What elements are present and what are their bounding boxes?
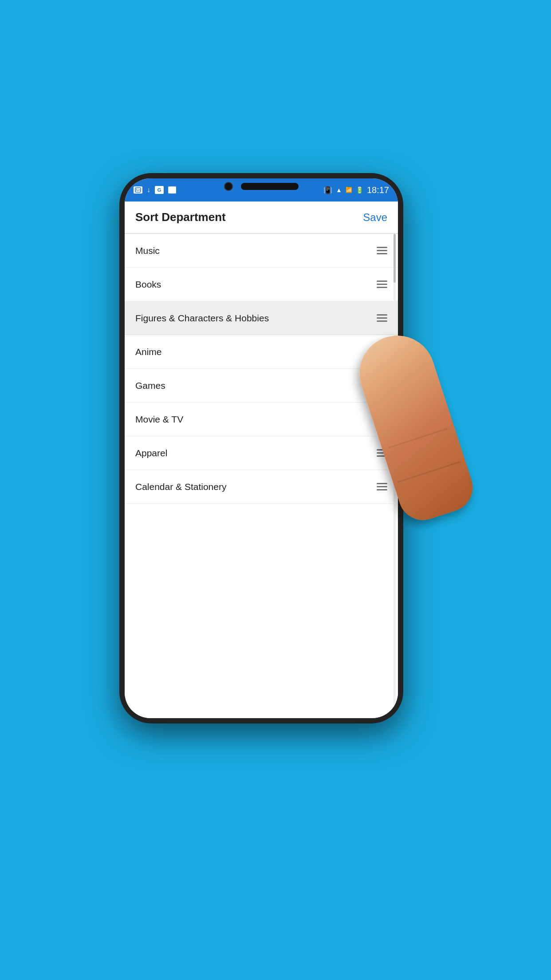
list-item[interactable]: Apparel xyxy=(125,436,398,470)
phone-top-hardware xyxy=(224,182,299,191)
status-icons-left: ↓ G xyxy=(134,186,176,194)
screen-title: Sort Department xyxy=(135,210,226,224)
finger-knuckle-2 xyxy=(389,428,448,448)
phone-outer-shell: ↓ G 📳 ▲ 📶 🔋 18:17 Sort Department Save xyxy=(119,173,403,723)
list-item[interactable]: Calendar & Stationery xyxy=(125,470,398,504)
department-label: Calendar & Stationery xyxy=(135,482,226,492)
front-camera xyxy=(224,182,233,191)
department-label: Apparel xyxy=(135,448,167,458)
department-label: Music xyxy=(135,245,160,256)
phone-mockup: ↓ G 📳 ▲ 📶 🔋 18:17 Sort Department Save xyxy=(119,173,403,723)
sim-icon xyxy=(168,186,176,194)
phone-screen: ↓ G 📳 ▲ 📶 🔋 18:17 Sort Department Save xyxy=(125,178,398,718)
svg-point-1 xyxy=(136,189,137,190)
google-icon: G xyxy=(155,186,164,194)
list-item[interactable]: Anime xyxy=(125,335,398,369)
list-item[interactable]: Books xyxy=(125,268,398,301)
status-icons-right: 📳 ▲ 📶 🔋 18:17 xyxy=(323,185,389,195)
department-label: Books xyxy=(135,279,161,290)
battery-icon: 🔋 xyxy=(356,186,363,194)
scrollbar-thumb[interactable] xyxy=(394,234,396,283)
drag-handle[interactable] xyxy=(377,281,387,288)
department-label: Anime xyxy=(135,347,162,357)
speaker-grille xyxy=(241,183,299,190)
department-label: Games xyxy=(135,380,165,391)
save-button[interactable]: Save xyxy=(363,211,387,224)
finger-overlay xyxy=(377,333,483,533)
department-label: Movie & TV xyxy=(135,414,183,425)
drag-handle[interactable] xyxy=(377,314,387,322)
list-item[interactable]: Music xyxy=(125,234,398,268)
list-empty-space xyxy=(125,504,398,593)
gallery-icon xyxy=(134,186,142,194)
vibrate-icon: 📳 xyxy=(323,186,332,194)
departments-list: Music Books xyxy=(125,234,398,718)
list-item[interactable]: Movie & TV xyxy=(125,403,398,436)
list-item[interactable]: Games xyxy=(125,369,398,403)
signal-icon: 📶 xyxy=(346,187,352,193)
drag-handle[interactable] xyxy=(377,247,387,254)
app-bar: Sort Department Save xyxy=(125,202,398,233)
department-label: Figures & Characters & Hobbies xyxy=(135,313,269,324)
list-item-dragging[interactable]: Figures & Characters & Hobbies xyxy=(125,301,398,335)
status-time: 18:17 xyxy=(367,185,389,195)
finger-knuckle xyxy=(398,461,461,483)
wifi-icon: ▲ xyxy=(336,186,342,194)
download-icon: ↓ xyxy=(147,186,150,194)
